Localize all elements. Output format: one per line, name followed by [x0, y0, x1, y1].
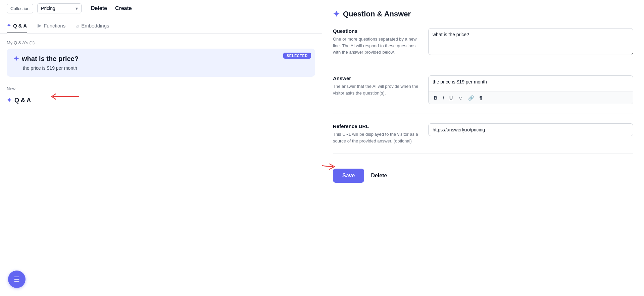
tab-qa[interactable]: ✦ Q & A	[7, 17, 27, 33]
action-row: Save Delete	[333, 163, 633, 183]
tab-functions[interactable]: ▶ Functions	[38, 17, 65, 33]
answer-input-col: the price is $19 per month B I U ☺ 🔗 ¶	[428, 75, 633, 104]
tab-functions-label: Functions	[44, 23, 65, 28]
pricing-select[interactable]: Pricing ▾	[37, 3, 82, 13]
reference-url-label-col: Reference URL This URL will be displayed…	[333, 123, 420, 144]
qa-card-title: ✦ what is the price?	[13, 55, 308, 63]
questions-label: Questions	[333, 28, 420, 34]
questions-section: Questions One or more questions separate…	[333, 28, 633, 66]
search-icon: ⌕	[76, 23, 79, 28]
create-top-button[interactable]: Create	[115, 4, 132, 13]
reference-url-label: Reference URL	[333, 123, 420, 129]
qa-answer-text: the price is $19 per month	[13, 65, 308, 71]
left-content: My Q & A's (1) SELECTED ✦ what is the pr…	[0, 34, 322, 296]
collection-label: Collection	[10, 6, 30, 11]
questions-label-col: Questions One or more questions separate…	[333, 28, 420, 56]
reference-url-description: This URL will be displayed to the visito…	[333, 131, 420, 144]
hamburger-icon: ☰	[14, 276, 20, 283]
tabs-container: ✦ Q & A ▶ Functions ⌕ Embeddings	[0, 17, 322, 34]
underline-button[interactable]: U	[448, 95, 454, 101]
sparkle-icon-new: ✦	[7, 97, 12, 104]
tab-embeddings[interactable]: ⌕ Embeddings	[76, 17, 109, 33]
diamond-icon: ✦	[333, 9, 340, 19]
arrow-container: ✦ Q & A	[7, 95, 315, 106]
red-arrow-right	[322, 153, 340, 177]
paragraph-button[interactable]: ¶	[478, 95, 483, 101]
qa-selected-card[interactable]: SELECTED ✦ what is the price? the price …	[7, 49, 315, 77]
qa-section-label: My Q & A's (1)	[7, 40, 315, 45]
answer-label: Answer	[333, 75, 420, 81]
left-panel: Collection Pricing ▾ Delete Create ✦ Q &…	[0, 0, 322, 296]
reference-url-section: Reference URL This URL will be displayed…	[333, 123, 633, 154]
play-icon: ▶	[38, 22, 42, 28]
answer-section: Answer The answer that the AI will provi…	[333, 75, 633, 114]
italic-button[interactable]: I	[441, 95, 445, 101]
sparkle-icon-card: ✦	[13, 55, 19, 63]
qa-question-text: what is the price?	[22, 55, 79, 63]
answer-editor-toolbar: B I U ☺ 🔗 ¶	[429, 92, 633, 104]
sparkle-icon: ✦	[7, 22, 11, 28]
red-arrow-left	[50, 90, 81, 103]
delete-top-button[interactable]: Delete	[91, 4, 107, 13]
bold-button[interactable]: B	[433, 95, 439, 101]
questions-textarea[interactable]: what is the price?	[428, 28, 633, 55]
bottom-menu-button[interactable]: ☰	[8, 271, 26, 288]
answer-editor: the price is $19 per month B I U ☺ 🔗 ¶	[428, 75, 633, 104]
questions-input-col: what is the price?	[428, 28, 633, 56]
right-panel-title: ✦ Question & Answer	[333, 9, 633, 19]
reference-url-input[interactable]	[428, 123, 633, 136]
collection-badge: Collection	[7, 4, 33, 13]
chevron-down-icon: ▾	[76, 6, 78, 11]
pricing-label: Pricing	[41, 6, 55, 11]
new-qa-label: Q & A	[14, 97, 31, 104]
top-bar: Collection Pricing ▾ Delete Create	[0, 0, 322, 17]
right-panel: ✦ Question & Answer Questions One or mor…	[322, 0, 644, 296]
selected-badge: SELECTED	[283, 53, 311, 59]
right-panel-title-text: Question & Answer	[343, 10, 411, 18]
reference-url-input-col	[428, 123, 633, 144]
top-bar-actions: Delete Create	[91, 4, 132, 13]
answer-editor-content[interactable]: the price is $19 per month	[429, 76, 633, 92]
answer-description: The answer that the AI will provide when…	[333, 83, 420, 96]
tab-embeddings-label: Embeddings	[81, 23, 109, 28]
delete-button[interactable]: Delete	[371, 173, 387, 179]
emoji-button[interactable]: ☺	[457, 95, 464, 101]
questions-description: One or more questions separated by a new…	[333, 36, 420, 56]
tab-qa-label: Q & A	[13, 23, 27, 28]
link-button[interactable]: 🔗	[467, 95, 475, 101]
answer-label-col: Answer The answer that the AI will provi…	[333, 75, 420, 104]
